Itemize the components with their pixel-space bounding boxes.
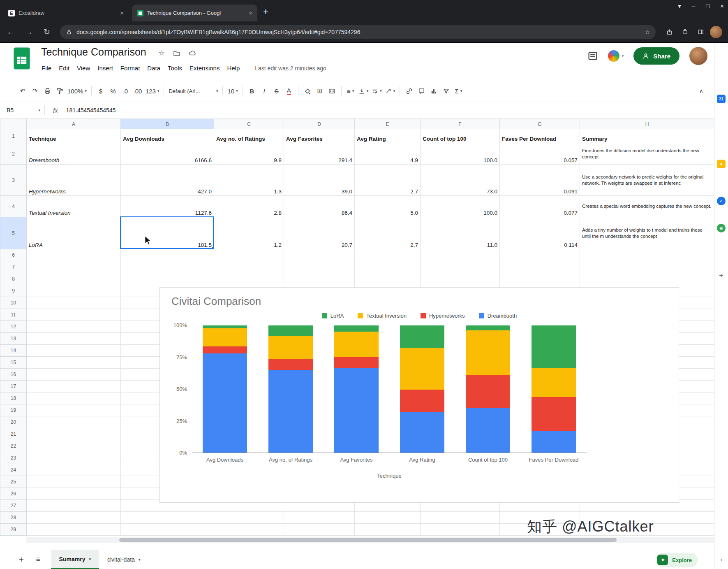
row-header-23[interactable]: 23 (0, 452, 27, 464)
row-header-27[interactable]: 27 (0, 500, 27, 512)
text-rotation-select[interactable]: ▾ (384, 85, 397, 97)
horizontal-scrollbar[interactable] (26, 537, 714, 543)
row-header-6[interactable]: 6 (0, 249, 27, 261)
cell-B2[interactable]: 6166.6 (121, 143, 214, 165)
embedded-chart[interactable]: Civitai Comparison LoRATextual Inversion… (159, 287, 679, 503)
tasks-icon[interactable]: ✓ (717, 197, 726, 205)
row-header-9[interactable]: 9 (0, 285, 27, 297)
column-header-E[interactable]: E (355, 119, 421, 129)
row-header-13[interactable]: 13 (0, 333, 27, 345)
print-icon[interactable] (41, 85, 53, 97)
cell-A8[interactable] (27, 273, 121, 285)
cell-D7[interactable] (284, 261, 355, 273)
sheet-tab-summary[interactable]: Sumamry▾ (51, 550, 99, 569)
cell-B7[interactable] (121, 261, 214, 273)
cell-A19[interactable] (27, 404, 121, 416)
browser-tab-sheets[interactable]: Technique Comparison - Googl × (132, 5, 257, 21)
document-title[interactable]: Technique Comparison (41, 46, 146, 58)
insert-link-icon[interactable] (403, 85, 415, 97)
share-button[interactable]: Share (633, 47, 679, 65)
row-header-14[interactable]: 14 (0, 345, 27, 357)
cell-D4[interactable]: 86.4 (284, 196, 355, 217)
paint-format-icon[interactable] (53, 85, 66, 97)
cell-A5[interactable]: LoRA (27, 217, 121, 249)
column-header-A[interactable]: A (27, 119, 121, 129)
cell-C3[interactable]: 1.3 (214, 165, 284, 196)
cell-G4[interactable]: 0.077 (500, 196, 580, 217)
text-wrap-select[interactable]: ▾ (370, 85, 384, 97)
account-avatar[interactable] (689, 47, 707, 65)
scrollbar-thumb[interactable] (119, 538, 617, 542)
insert-comment-icon[interactable] (415, 85, 428, 97)
cell-E8[interactable] (355, 273, 421, 285)
share-page-icon[interactable] (663, 26, 675, 38)
cell-A2[interactable]: Dreambooth (27, 143, 121, 165)
cell-H7[interactable] (580, 261, 714, 273)
row-header-3[interactable]: 3 (0, 165, 27, 196)
cell-F8[interactable] (421, 273, 500, 285)
browser-profile-avatar[interactable] (710, 26, 722, 38)
cell-C5[interactable]: 1.2 (214, 217, 284, 249)
explore-button[interactable]: ✦ Explore (656, 553, 698, 567)
sheet-tab-civitai-data[interactable]: civitai-data▾ (99, 550, 148, 569)
bold-button[interactable]: B (246, 85, 258, 97)
column-header-D[interactable]: D (284, 119, 355, 129)
collapse-panel-icon[interactable]: › (717, 555, 726, 564)
tab-close-icon[interactable]: × (248, 9, 253, 16)
cell-F29[interactable] (421, 524, 500, 536)
cell-G2[interactable]: 0.057 (500, 143, 580, 165)
row-header-1[interactable]: 1 (0, 129, 27, 143)
menu-tools[interactable]: Tools (164, 63, 186, 73)
undo-icon[interactable]: ↶ (16, 85, 29, 97)
merge-cells-icon[interactable] (326, 85, 338, 97)
cell-A20[interactable] (27, 416, 121, 428)
version-history-icon[interactable] (587, 51, 598, 61)
vertical-align-select[interactable]: ▾ (357, 85, 370, 97)
cell-C6[interactable] (214, 249, 284, 261)
cell-G5[interactable]: 0.114 (500, 217, 580, 249)
font-size-select[interactable]: 10▾ (226, 85, 239, 97)
cell-B28[interactable] (121, 512, 214, 524)
cell-E7[interactable] (355, 261, 421, 273)
cell-F6[interactable] (421, 249, 500, 261)
add-addon-icon[interactable]: + (717, 272, 726, 280)
cell-A9[interactable] (27, 285, 121, 297)
tab-close-icon[interactable]: × (119, 9, 125, 16)
star-document-icon[interactable]: ☆ (158, 49, 165, 58)
cell-D8[interactable] (284, 273, 355, 285)
cell-D3[interactable]: 39.0 (284, 165, 355, 196)
cell-A23[interactable] (27, 452, 121, 464)
cell-D5[interactable]: 20.7 (284, 217, 355, 249)
cell-A26[interactable] (27, 488, 121, 500)
fill-color-icon[interactable] (301, 85, 314, 97)
browser-tab-excalidraw[interactable]: E Excalidraw × (3, 5, 129, 21)
row-header-15[interactable]: 15 (0, 357, 27, 369)
cell-F1[interactable]: Count of top 100 (421, 129, 500, 143)
row-header-26[interactable]: 26 (0, 488, 27, 500)
cell-A12[interactable] (27, 321, 121, 333)
sheets-logo-icon[interactable] (13, 47, 30, 70)
cell-A24[interactable] (27, 464, 121, 476)
cell-A11[interactable] (27, 309, 121, 321)
row-header-24[interactable]: 24 (0, 464, 27, 476)
cell-H4[interactable]: Creates a special word embedding capture… (580, 196, 714, 217)
select-all-corner[interactable] (0, 119, 27, 129)
menu-format[interactable]: Format (117, 63, 144, 73)
row-header-16[interactable]: 16 (0, 369, 27, 381)
cell-D6[interactable] (284, 249, 355, 261)
cell-C1[interactable]: Avg no. of Ratings (214, 129, 284, 143)
cell-C8[interactable] (214, 273, 284, 285)
row-header-10[interactable]: 10 (0, 297, 27, 309)
cell-G1[interactable]: Faves Per Download (500, 129, 580, 143)
format-currency-button[interactable]: $ (95, 85, 107, 97)
menu-insert[interactable]: Insert (94, 63, 117, 73)
cell-B8[interactable] (121, 273, 214, 285)
all-sheets-icon[interactable]: ≡ (36, 555, 40, 564)
minimize-icon[interactable]: – (692, 2, 695, 10)
row-header-17[interactable]: 17 (0, 381, 27, 392)
reload-icon[interactable]: ↻ (39, 25, 54, 39)
zoom-select[interactable]: 100%▾ (66, 85, 88, 97)
cell-A17[interactable] (27, 381, 121, 392)
borders-icon[interactable]: ⊞ (314, 85, 326, 97)
menu-data[interactable]: Data (143, 63, 164, 73)
